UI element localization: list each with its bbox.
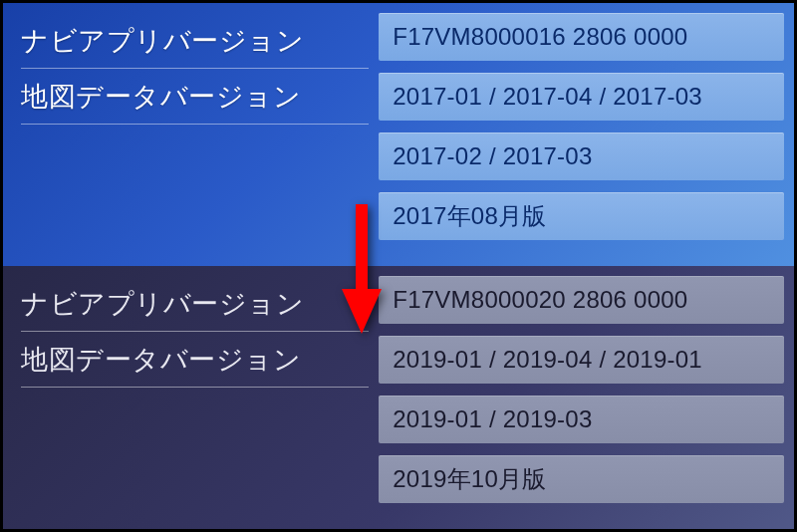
map-edition-value: 2017年08月版 bbox=[379, 192, 784, 240]
labels-column: ナビアプリバージョン 地図データバージョン bbox=[3, 13, 379, 256]
navi-app-version-label: ナビアプリバージョン bbox=[21, 13, 369, 69]
navi-app-version-value: F17VM8000016 2806 0000 bbox=[379, 13, 784, 61]
labels-column: ナビアプリバージョン 地図データバージョン bbox=[3, 276, 379, 519]
version-panel-before: ナビアプリバージョン 地図データバージョン F17VM8000016 2806 … bbox=[3, 3, 794, 266]
map-data-version-label: 地図データバージョン bbox=[21, 332, 369, 388]
down-arrow-icon bbox=[342, 204, 382, 334]
map-data-version-value-1: 2019-01 / 2019-04 / 2019-01 bbox=[379, 336, 784, 384]
map-data-version-value-1: 2017-01 / 2017-04 / 2017-03 bbox=[379, 73, 784, 121]
navi-app-version-label: ナビアプリバージョン bbox=[21, 276, 369, 332]
map-data-version-value-2: 2019-01 / 2019-03 bbox=[379, 396, 784, 443]
values-column: F17VM8000016 2806 0000 2017-01 / 2017-04… bbox=[379, 13, 794, 256]
version-panel-after: ナビアプリバージョン 地図データバージョン F17VM8000020 2806 … bbox=[3, 266, 794, 529]
map-data-version-label: 地図データバージョン bbox=[21, 69, 369, 125]
map-data-version-value-2: 2017-02 / 2017-03 bbox=[379, 133, 784, 180]
values-column: F17VM8000020 2806 0000 2019-01 / 2019-04… bbox=[379, 276, 794, 519]
map-edition-value: 2019年10月版 bbox=[379, 455, 784, 503]
navi-app-version-value: F17VM8000020 2806 0000 bbox=[379, 276, 784, 324]
